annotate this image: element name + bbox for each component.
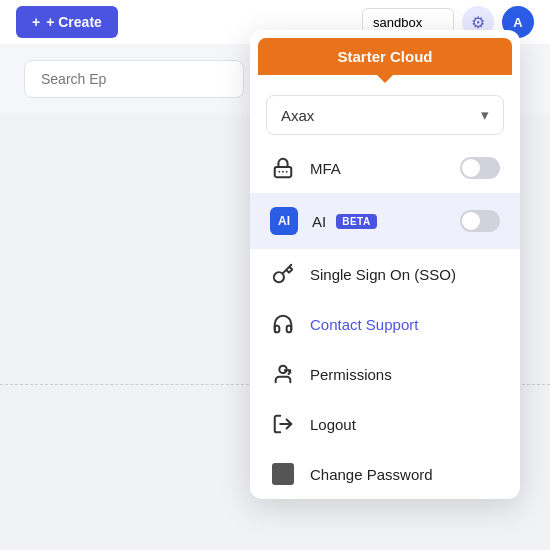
permissions-label: Permissions <box>310 366 392 383</box>
chevron-down-icon: ▾ <box>481 106 489 124</box>
lock-icon <box>270 157 296 179</box>
gear-icon: ⚙ <box>471 13 485 32</box>
ai-toggle[interactable] <box>460 210 500 232</box>
workspace-select-wrapper: Axax ▾ <box>250 75 520 143</box>
logout-label: Logout <box>310 416 356 433</box>
mfa-label: MFA <box>310 160 341 177</box>
ai-icon: AI <box>270 207 298 235</box>
change-password-label: Change Password <box>310 466 433 483</box>
svg-point-2 <box>282 171 284 173</box>
ai-label-row: AI BETA <box>312 213 377 230</box>
logout-icon <box>270 413 296 435</box>
beta-badge: BETA <box>336 214 376 229</box>
menu-item-logout[interactable]: Logout <box>250 399 520 449</box>
menu-item-change-password[interactable]: Change Password <box>250 449 520 499</box>
mfa-toggle[interactable] <box>460 157 500 179</box>
avatar-text: A <box>513 15 522 30</box>
plus-icon: + <box>32 14 40 30</box>
menu-item-contact-support[interactable]: Contact Support <box>250 299 520 349</box>
contact-support-label: Contact Support <box>310 316 418 333</box>
key-icon <box>270 263 296 285</box>
permissions-icon <box>270 363 296 385</box>
headset-icon <box>270 313 296 335</box>
create-button[interactable]: + + Create <box>16 6 118 38</box>
create-label: + Create <box>46 14 102 30</box>
dropdown-panel: Starter Cloud Axax ▾ MFA AI AI BETA <box>250 30 520 499</box>
workspace-name: Axax <box>281 107 314 124</box>
search-input[interactable] <box>24 60 244 98</box>
sso-label: Single Sign On (SSO) <box>310 266 456 283</box>
ai-label: AI <box>312 213 326 230</box>
change-password-icon <box>270 463 296 485</box>
starter-cloud-label: Starter Cloud <box>337 48 432 65</box>
menu-item-ai[interactable]: AI AI BETA <box>250 193 520 249</box>
svg-point-3 <box>278 171 280 173</box>
workspace-selector[interactable]: Axax ▾ <box>266 95 504 135</box>
menu-item-permissions[interactable]: Permissions <box>250 349 520 399</box>
dropdown-header: Starter Cloud <box>258 38 512 75</box>
menu-item-sso[interactable]: Single Sign On (SSO) <box>250 249 520 299</box>
svg-point-1 <box>286 171 288 173</box>
menu-item-mfa[interactable]: MFA <box>250 143 520 193</box>
